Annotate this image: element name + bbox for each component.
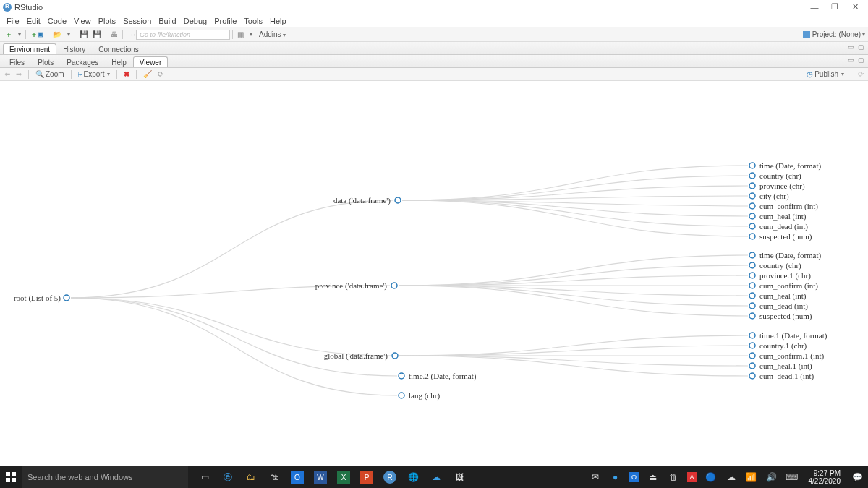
refresh-button[interactable]: ⟳ xyxy=(156,70,165,78)
tray-volume-icon[interactable]: 🔊 xyxy=(765,471,778,484)
windows-taskbar: Search the web and Windows ▭ ⓔ 🗂 🛍 O W X… xyxy=(0,466,868,488)
viewer-forward-button[interactable]: ➡ xyxy=(14,70,23,78)
menu-code[interactable]: Code xyxy=(48,17,67,25)
svg-rect-52 xyxy=(6,472,10,476)
grid-button[interactable]: ▦ xyxy=(235,29,246,40)
tray-outlook-icon[interactable]: O xyxy=(629,472,639,482)
open-file-caret-icon[interactable]: ▾ xyxy=(64,29,72,40)
svg-point-36 xyxy=(749,293,755,299)
svg-point-42 xyxy=(749,333,755,338)
start-button[interactable] xyxy=(0,466,22,488)
rstudio-taskbar-icon[interactable]: R xyxy=(383,471,396,484)
tray-wifi-icon[interactable]: 📶 xyxy=(745,471,758,484)
save-all-button[interactable]: 💾 xyxy=(90,29,103,40)
svg-text:province (chr): province (chr) xyxy=(760,181,805,191)
menu-view[interactable]: View xyxy=(74,17,91,25)
tab-connections[interactable]: Connections xyxy=(92,43,145,54)
svg-point-24 xyxy=(749,223,755,229)
pane-collapse-icon[interactable]: ▭ xyxy=(848,56,856,65)
pane-maximize-icon[interactable]: ▢ xyxy=(858,43,867,52)
tray-mail-icon[interactable]: ✉ xyxy=(589,471,602,484)
grid-caret-icon[interactable]: ▾ xyxy=(246,29,255,40)
svg-point-46 xyxy=(749,353,755,359)
notifications-icon[interactable]: 💬 xyxy=(851,471,864,484)
remove-plot-button[interactable]: ✖ xyxy=(122,70,131,78)
svg-point-40 xyxy=(749,313,755,319)
project-menu[interactable]: Project: (None)▾ xyxy=(803,30,865,38)
svg-point-16 xyxy=(749,183,755,189)
new-file-caret-icon[interactable]: ▾ xyxy=(14,29,23,40)
pane-expand-icon[interactable]: ▢ xyxy=(858,56,867,65)
menu-help[interactable]: Help xyxy=(270,17,286,25)
svg-text:cum_dead (int): cum_dead (int) xyxy=(760,301,808,311)
minimize-button[interactable]: — xyxy=(804,0,825,14)
word-icon[interactable]: W xyxy=(314,471,327,484)
viewer-back-button[interactable]: ⬅ xyxy=(3,70,12,78)
svg-text:suspected (num): suspected (num) xyxy=(760,232,812,241)
task-view-icon[interactable]: ▭ xyxy=(198,471,211,484)
new-file-button[interactable]: ＋ xyxy=(3,29,14,40)
publish-button[interactable]: ◷ Publish▾ xyxy=(805,70,846,78)
menu-debug[interactable]: Debug xyxy=(184,17,207,25)
outlook-icon[interactable]: O xyxy=(291,471,304,484)
new-project-button[interactable]: ＋▣ xyxy=(28,29,46,40)
close-button[interactable]: ✕ xyxy=(845,0,865,14)
file-explorer-icon[interactable]: 🗂 xyxy=(244,471,258,484)
store-icon[interactable]: 🛍 xyxy=(268,471,281,484)
svg-point-12 xyxy=(749,163,755,168)
open-file-button[interactable]: 📂 xyxy=(51,29,64,40)
menu-session[interactable]: Session xyxy=(123,17,151,25)
svg-point-8 xyxy=(399,373,404,379)
tab-packages[interactable]: Packages xyxy=(60,56,105,67)
svg-rect-54 xyxy=(6,478,10,482)
svg-point-32 xyxy=(749,273,755,278)
menu-file[interactable]: File xyxy=(7,17,20,25)
menubar: File Edit Code View Plots Session Build … xyxy=(0,14,868,27)
export-button[interactable]: ⍈ Export▾ xyxy=(77,70,112,78)
tray-keyboard-icon[interactable]: ⌨ xyxy=(786,471,799,484)
clear-all-button[interactable]: 🧹 xyxy=(142,70,153,78)
photos-icon[interactable]: 🖼 xyxy=(453,471,466,484)
svg-text:root (List of 5): root (List of 5) xyxy=(14,294,61,303)
menu-tools[interactable]: Tools xyxy=(244,17,263,25)
goto-file-input[interactable]: Go to file/function xyxy=(136,30,230,40)
svg-rect-55 xyxy=(12,478,16,482)
tray-cloud-icon[interactable]: ☁ xyxy=(725,471,738,484)
menu-build[interactable]: Build xyxy=(158,17,176,25)
pane-minimize-icon[interactable]: ▭ xyxy=(848,43,856,52)
tray-sync-icon[interactable]: ● xyxy=(609,471,622,484)
save-button[interactable]: 💾 xyxy=(77,29,90,40)
tray-security-icon[interactable]: 🔵 xyxy=(705,471,718,484)
taskbar-search[interactable]: Search the web and Windows xyxy=(22,466,188,488)
taskbar-clock[interactable]: 9:27 PM 4/22/2020 xyxy=(806,469,844,485)
powerpoint-icon[interactable]: P xyxy=(360,471,373,484)
tray-trash-icon[interactable]: 🗑 xyxy=(667,471,680,484)
zoom-button[interactable]: 🔍 Zoom xyxy=(34,70,66,78)
tray-usb-icon[interactable]: ⏏ xyxy=(647,471,660,484)
tab-help[interactable]: Help xyxy=(105,56,133,67)
chrome-icon[interactable]: 🌐 xyxy=(407,471,420,484)
menu-profile[interactable]: Profile xyxy=(214,17,237,25)
viewer-canvas[interactable]: root (List of 5)data ('data.frame')provi… xyxy=(0,81,868,466)
lower-pane-tabs: Files Plots Packages Help Viewer ▭ ▢ xyxy=(0,55,868,68)
tray-adobe-icon[interactable]: A xyxy=(687,472,697,482)
svg-text:cum_heal (int): cum_heal (int) xyxy=(760,291,807,301)
tab-files[interactable]: Files xyxy=(3,56,31,67)
partner-icon[interactable]: ☁ xyxy=(430,471,443,484)
tab-history[interactable]: History xyxy=(56,43,92,54)
tab-viewer[interactable]: Viewer xyxy=(133,56,168,67)
menu-plots[interactable]: Plots xyxy=(98,17,116,25)
menu-edit[interactable]: Edit xyxy=(27,17,41,25)
maximize-button[interactable]: ❐ xyxy=(825,0,845,14)
svg-text:cum_heal.1 (int): cum_heal.1 (int) xyxy=(760,361,812,371)
pane-area: Environment History Connections ▭ ▢ File… xyxy=(0,42,868,466)
edge-icon[interactable]: ⓔ xyxy=(221,471,234,484)
print-button[interactable]: 🖶 xyxy=(109,29,120,40)
svg-point-0 xyxy=(64,295,69,301)
tab-environment[interactable]: Environment xyxy=(3,43,56,54)
addins-menu[interactable]: Addins▾ xyxy=(259,30,286,38)
export-icon: ⍈ xyxy=(78,70,82,78)
tab-plots[interactable]: Plots xyxy=(31,56,60,67)
viewer-refresh-button[interactable]: ⟳ xyxy=(856,70,865,78)
excel-icon[interactable]: X xyxy=(337,471,350,484)
